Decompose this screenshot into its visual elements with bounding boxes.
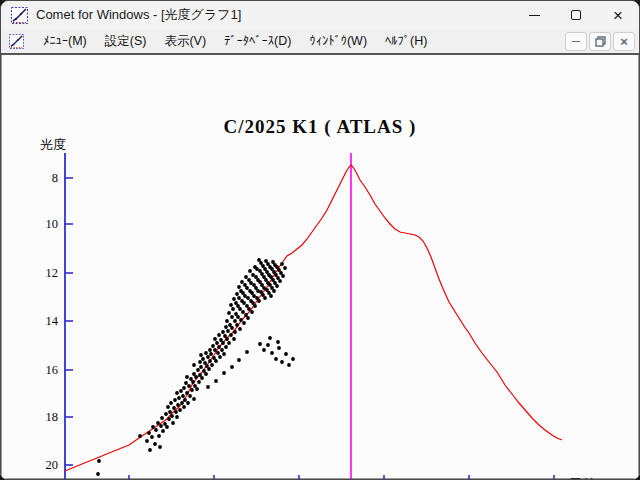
menu-item-database[interactable]: ﾃﾞｰﾀﾍﾞｰｽ(D) xyxy=(215,32,300,50)
observation-point xyxy=(183,398,187,402)
app-window: Comet for Windows - [光度グラフ1] × ﾒﾆｭｰ(M) 設… xyxy=(0,0,640,480)
observation-point xyxy=(217,345,221,349)
observation-point xyxy=(196,368,200,372)
menu-item-help[interactable]: ﾍﾙﾌﾟ(H) xyxy=(376,32,436,50)
observation-point xyxy=(205,364,209,368)
observation-point xyxy=(270,286,274,290)
observation-point xyxy=(160,416,164,420)
observation-point xyxy=(265,270,269,274)
observation-point xyxy=(193,384,197,388)
observation-point xyxy=(254,286,258,290)
observation-point xyxy=(233,319,237,323)
observation-point xyxy=(225,337,229,341)
mdi-restore-button[interactable] xyxy=(589,32,611,51)
observation-point xyxy=(222,352,226,356)
menu-item-settings[interactable]: 設定(S) xyxy=(96,31,156,52)
menu-item-view[interactable]: 表示(V) xyxy=(155,31,215,52)
observation-point xyxy=(201,357,205,361)
maximize-icon xyxy=(571,10,581,20)
observation-point xyxy=(240,280,244,284)
observation-point xyxy=(250,291,254,295)
observation-point xyxy=(222,371,226,375)
observation-point xyxy=(203,361,207,365)
observation-point xyxy=(210,363,214,367)
observation-point xyxy=(250,310,254,314)
close-button[interactable]: × xyxy=(597,1,639,29)
observation-point xyxy=(185,375,189,379)
observation-point xyxy=(158,445,162,449)
observation-point xyxy=(244,313,248,317)
mdi-close-button[interactable]: × xyxy=(613,32,635,51)
observation-point xyxy=(218,355,222,359)
y-axis-label: 光度 xyxy=(40,137,66,152)
observation-point xyxy=(206,385,210,389)
observation-point xyxy=(262,286,266,290)
observation-point xyxy=(176,403,180,407)
observation-point xyxy=(281,274,285,278)
minimize-button[interactable] xyxy=(513,1,555,29)
observation-point xyxy=(283,266,287,270)
observation-point xyxy=(253,265,257,269)
observation-point xyxy=(159,424,163,428)
observation-point xyxy=(245,304,249,308)
observation-point xyxy=(257,299,261,303)
observation-point xyxy=(260,283,264,287)
observation-point xyxy=(157,434,161,438)
maximize-button[interactable] xyxy=(555,1,597,29)
observation-point xyxy=(230,326,234,330)
observation-point xyxy=(236,315,240,319)
observation-point xyxy=(200,376,204,380)
observation-point xyxy=(198,360,202,364)
observation-point xyxy=(278,279,282,283)
observation-point xyxy=(259,290,263,294)
observation-point xyxy=(253,304,257,308)
observation-point xyxy=(207,367,211,371)
minimize-icon xyxy=(529,15,540,16)
menu-item-window[interactable]: ｳｨﾝﾄﾞｳ(W) xyxy=(300,32,376,50)
observation-point xyxy=(252,294,256,298)
observation-point xyxy=(174,410,178,414)
observation-point xyxy=(241,310,245,314)
observation-point xyxy=(164,412,168,416)
observation-point xyxy=(231,307,235,311)
observation-point xyxy=(194,375,198,379)
observation-point xyxy=(266,343,270,347)
observation-point xyxy=(230,315,234,319)
observation-point xyxy=(184,381,188,385)
observation-point xyxy=(241,291,245,295)
observation-point xyxy=(257,258,261,262)
observation-point xyxy=(263,267,267,271)
observation-point xyxy=(268,265,272,269)
observation-point xyxy=(264,259,268,263)
model-light-curve xyxy=(65,165,562,471)
mdi-close-icon: × xyxy=(620,35,628,48)
observation-point xyxy=(261,264,265,268)
observation-point xyxy=(151,425,155,429)
observation-point xyxy=(268,283,272,287)
observation-point xyxy=(215,341,219,345)
observation-point xyxy=(255,296,259,300)
observation-point xyxy=(272,270,276,274)
observation-point xyxy=(277,346,281,350)
observation-point xyxy=(263,296,267,300)
close-icon: × xyxy=(613,7,623,24)
observation-point xyxy=(165,425,169,429)
observation-point xyxy=(224,345,228,349)
observation-point xyxy=(246,316,250,320)
observation-point xyxy=(204,372,208,376)
menu-item-menu[interactable]: ﾒﾆｭｰ(M) xyxy=(34,32,96,50)
observation-point xyxy=(232,337,236,341)
observation-point xyxy=(273,263,277,267)
observation-point xyxy=(192,397,196,401)
observation-point xyxy=(229,333,233,337)
observation-point xyxy=(255,267,259,271)
observation-point xyxy=(259,261,263,265)
mdi-minimize-button[interactable] xyxy=(565,32,587,51)
observation-point xyxy=(235,292,239,296)
observation-point xyxy=(187,384,191,388)
observation-point xyxy=(175,391,179,395)
chart-canvas: C/2025 K1 ( ATLAS ) 光度 日付 81012141618202… xyxy=(2,55,640,480)
observation-point xyxy=(258,280,262,284)
mdi-restore-icon xyxy=(595,36,606,47)
observation-point xyxy=(202,369,206,373)
